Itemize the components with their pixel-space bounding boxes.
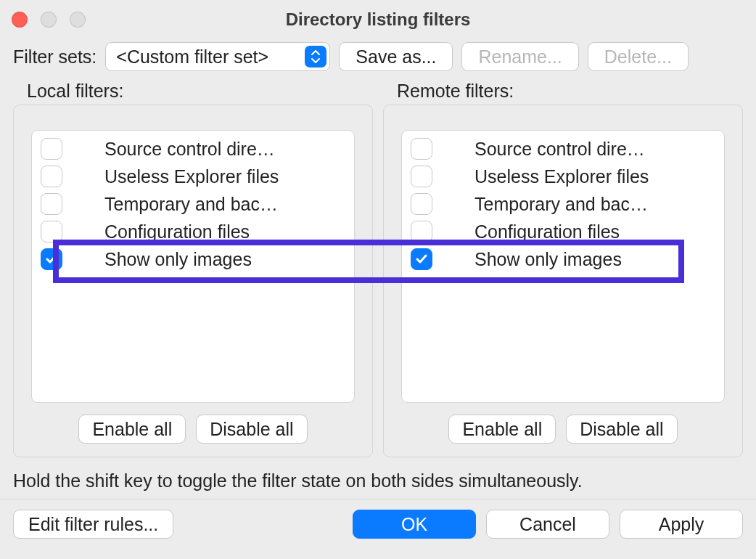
local-filters-list[interactable]: Source control dire…Useless Explorer fil… <box>31 130 355 403</box>
list-item[interactable]: Temporary and bac… <box>32 190 354 218</box>
remote-filters-panel: Remote filters: Source control dire…Usel… <box>383 105 743 457</box>
filter-sets-row: Filter sets: <Custom filter set> Save as… <box>0 39 756 80</box>
list-item[interactable]: Useless Explorer files <box>402 163 724 190</box>
list-item-label: Show only images <box>104 249 345 270</box>
remote-checkbox-4[interactable] <box>411 248 432 270</box>
list-item-label: Temporary and bac… <box>474 194 715 215</box>
list-item-label: Configuration files <box>474 221 715 242</box>
local-checkbox-4[interactable] <box>41 248 62 270</box>
minimize-icon[interactable] <box>41 12 57 28</box>
chevron-up-down-icon <box>305 46 326 68</box>
local-disable-all-button[interactable]: Disable all <box>196 415 307 444</box>
remote-disable-all-button[interactable]: Disable all <box>566 415 677 444</box>
zoom-icon[interactable] <box>70 12 86 28</box>
save-as-button[interactable]: Save as... <box>339 42 453 71</box>
remote-filters-list[interactable]: Source control dire…Useless Explorer fil… <box>401 130 725 403</box>
local-enable-all-button[interactable]: Enable all <box>78 415 186 444</box>
list-item-label: Useless Explorer files <box>104 166 345 187</box>
list-item[interactable]: Configuration files <box>32 218 354 245</box>
list-item[interactable]: Configuration files <box>402 218 724 245</box>
remote-filters-title: Remote filters: <box>397 81 514 102</box>
list-item-label: Source control dire… <box>104 139 345 160</box>
titlebar: Directory listing filters <box>0 0 756 39</box>
list-item[interactable]: Useless Explorer files <box>32 163 354 190</box>
remote-checkbox-0[interactable] <box>411 138 432 160</box>
panels: Local filters: Source control dire…Usele… <box>0 105 756 457</box>
remote-checkbox-2[interactable] <box>411 193 432 215</box>
window-title: Directory listing filters <box>0 9 756 30</box>
window-controls <box>12 12 86 28</box>
dialog-window: Directory listing filters Filter sets: <… <box>0 0 756 559</box>
list-item-label: Temporary and bac… <box>104 194 345 215</box>
local-checkbox-1[interactable] <box>41 166 62 187</box>
local-checkbox-3[interactable] <box>41 221 62 242</box>
local-checkbox-0[interactable] <box>41 138 62 160</box>
remote-checkbox-1[interactable] <box>411 166 432 187</box>
cancel-button[interactable]: Cancel <box>486 510 609 539</box>
list-item-label: Configuration files <box>104 221 345 242</box>
list-item[interactable]: Show only images <box>32 245 354 273</box>
hint-text: Hold the shift key to toggle the filter … <box>0 457 756 499</box>
list-item-label: Useless Explorer files <box>474 166 715 187</box>
filter-sets-value: <Custom filter set> <box>116 46 268 68</box>
list-item-label: Show only images <box>474 249 715 270</box>
list-item[interactable]: Show only images <box>402 245 724 273</box>
delete-button[interactable]: Delete... <box>588 42 689 71</box>
edit-filter-rules-button[interactable]: Edit filter rules... <box>13 510 173 539</box>
list-item-label: Source control dire… <box>474 139 715 160</box>
close-icon[interactable] <box>12 12 28 28</box>
ok-button[interactable]: OK <box>353 510 476 539</box>
remote-enable-all-button[interactable]: Enable all <box>448 415 556 444</box>
bottom-button-row: Edit filter rules... OK Cancel Apply <box>0 499 756 547</box>
local-checkbox-2[interactable] <box>41 193 62 215</box>
list-item[interactable]: Source control dire… <box>402 135 724 163</box>
local-filters-title: Local filters: <box>27 81 123 102</box>
filter-sets-label: Filter sets: <box>13 46 96 68</box>
rename-button[interactable]: Rename... <box>461 42 578 71</box>
local-filters-panel: Local filters: Source control dire…Usele… <box>13 105 373 457</box>
list-item[interactable]: Source control dire… <box>32 135 354 163</box>
remote-checkbox-3[interactable] <box>411 221 432 242</box>
filter-sets-dropdown[interactable]: <Custom filter set> <box>105 42 330 71</box>
apply-button[interactable]: Apply <box>620 510 743 539</box>
list-item[interactable]: Temporary and bac… <box>402 190 724 218</box>
